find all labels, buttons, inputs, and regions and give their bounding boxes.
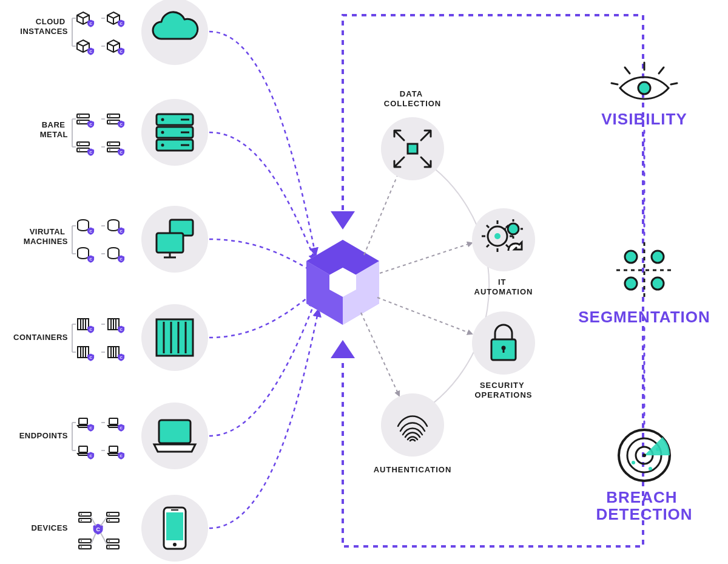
source-icon-server bbox=[141, 99, 208, 166]
svg-point-58 bbox=[381, 393, 444, 457]
radar-icon bbox=[619, 430, 670, 481]
source-icon-desktop bbox=[141, 206, 208, 273]
svg-point-53 bbox=[508, 223, 519, 234]
svg-point-70 bbox=[652, 277, 664, 290]
outcome-label: SEGMENTATION bbox=[578, 308, 710, 326]
source-label: DEVICES bbox=[31, 523, 68, 532]
svg-point-68 bbox=[652, 251, 664, 263]
svg-point-50 bbox=[472, 208, 535, 271]
svg-point-16 bbox=[161, 118, 164, 121]
svg-line-62 bbox=[659, 67, 664, 73]
source-icon-laptop bbox=[141, 403, 208, 469]
svg-point-38 bbox=[173, 543, 177, 546]
server-icon bbox=[157, 114, 193, 151]
mini-icons bbox=[72, 319, 124, 361]
svg-rect-24 bbox=[157, 233, 183, 253]
stage-it-automation: IT AUTOMATION bbox=[472, 208, 535, 296]
source-row-cloud: CLOUD INSTANCES bbox=[20, 0, 208, 65]
svg-marker-46 bbox=[331, 211, 355, 229]
svg-point-67 bbox=[625, 251, 637, 263]
svg-point-74 bbox=[642, 454, 646, 457]
stage-security-operations: SECURITY OPERATIONS bbox=[472, 311, 535, 399]
stage-data-collection: DATA COLLECTION bbox=[381, 89, 444, 180]
mini-icons bbox=[72, 220, 124, 263]
svg-point-75 bbox=[632, 461, 635, 464]
svg-rect-34 bbox=[159, 420, 190, 443]
source-row-bare-metal: BARE METAL bbox=[40, 99, 208, 166]
source-label: VIRUTAL MACHINES bbox=[24, 226, 68, 246]
center-logo bbox=[306, 240, 379, 325]
sources-column: CLOUD INSTANCES BARE METAL bbox=[13, 0, 208, 562]
mini-icons-network bbox=[79, 512, 119, 549]
source-row-virtual-machines: VIRUTAL MACHINES bbox=[24, 206, 208, 273]
container-icon bbox=[157, 319, 193, 356]
source-row-containers: CONTAINERS bbox=[13, 304, 208, 371]
svg-line-61 bbox=[625, 67, 630, 73]
outcome-label: BREACH DETECTION bbox=[596, 488, 692, 523]
laptop-icon bbox=[154, 420, 195, 452]
svg-point-76 bbox=[649, 467, 652, 471]
source-label: BARE METAL bbox=[40, 119, 68, 139]
source-label: ENDPOINTS bbox=[19, 431, 68, 440]
stage-label: AUTHENTICATION bbox=[374, 465, 452, 474]
source-connectors bbox=[209, 32, 318, 528]
svg-marker-47 bbox=[331, 340, 355, 358]
eye-icon bbox=[612, 63, 677, 99]
svg-rect-49 bbox=[408, 144, 417, 154]
svg-line-63 bbox=[612, 83, 618, 84]
svg-point-59 bbox=[638, 82, 650, 94]
hex-logo-icon bbox=[306, 240, 379, 325]
outcome-label: VISIBILITY bbox=[601, 110, 687, 128]
stage-arc bbox=[410, 152, 489, 419]
source-icon-container bbox=[141, 304, 208, 371]
stage-authentication: AUTHENTICATION bbox=[374, 393, 452, 474]
outcomes: VISIBILITY SEGMENTATION bbox=[578, 63, 710, 523]
svg-rect-37 bbox=[166, 512, 183, 540]
svg-point-20 bbox=[161, 144, 164, 147]
phone-icon bbox=[164, 508, 186, 549]
svg-rect-28 bbox=[157, 319, 193, 356]
svg-line-64 bbox=[671, 83, 677, 84]
source-label: CLOUD INSTANCES bbox=[20, 16, 68, 36]
stages: DATA COLLECTION IT AUTOMATION bbox=[374, 89, 535, 474]
source-row-endpoints: ENDPOINTS bbox=[19, 403, 208, 469]
svg-point-18 bbox=[161, 131, 164, 134]
svg-point-77 bbox=[656, 447, 659, 451]
source-label: CONTAINERS bbox=[13, 333, 68, 342]
svg-rect-57 bbox=[503, 348, 505, 353]
svg-point-69 bbox=[625, 277, 637, 290]
stage-label: IT AUTOMATION bbox=[474, 277, 533, 296]
stage-label: SECURITY OPERATIONS bbox=[475, 381, 533, 399]
source-icon-cloud bbox=[141, 0, 208, 65]
mini-icons bbox=[72, 12, 124, 55]
mini-icons bbox=[72, 114, 124, 156]
svg-point-52 bbox=[494, 233, 500, 239]
outcome-segmentation: SEGMENTATION bbox=[578, 242, 710, 326]
source-icon-phone bbox=[141, 495, 208, 562]
stage-label: DATA COLLECTION bbox=[384, 89, 442, 108]
mini-icons bbox=[72, 418, 124, 460]
source-row-devices: DEVICES bbox=[31, 495, 208, 562]
